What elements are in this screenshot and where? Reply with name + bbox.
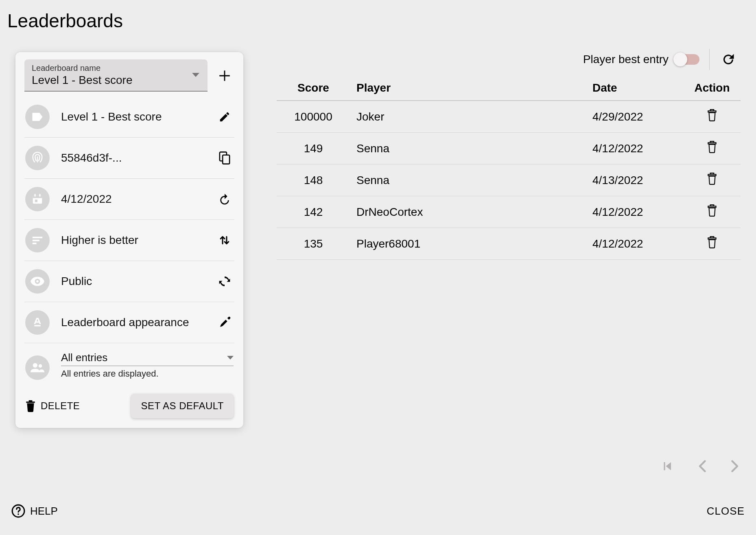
entries-table: Score Player Date Action 100000Joker4/29… bbox=[277, 76, 741, 260]
table-row: 148Senna4/13/2022 bbox=[277, 164, 741, 196]
property-name-value: Level 1 - Best score bbox=[61, 110, 204, 123]
property-date-row: 4/12/2022 bbox=[24, 179, 234, 220]
table-row: 142DrNeoCortex4/12/2022 bbox=[277, 196, 741, 228]
cell-date: 4/29/2022 bbox=[586, 101, 684, 133]
svg-marker-15 bbox=[227, 356, 234, 360]
cell-date: 4/13/2022 bbox=[586, 164, 684, 196]
cell-player: Senna bbox=[350, 133, 586, 164]
calendar-icon bbox=[25, 187, 50, 211]
page-title: Leaderboards bbox=[7, 10, 123, 32]
table-row: 135Player680014/12/2022 bbox=[277, 228, 741, 260]
toggle-thumb bbox=[673, 53, 687, 66]
leaderboard-name-select[interactable]: Leaderboard name Level 1 - Best score bbox=[24, 59, 208, 92]
svg-point-13 bbox=[33, 363, 37, 368]
svg-rect-10 bbox=[33, 243, 37, 244]
entries-area: Player best entry Score Player Date Acti… bbox=[277, 49, 741, 260]
close-button[interactable]: CLOSE bbox=[707, 505, 745, 517]
delete-button-label: DELETE bbox=[41, 400, 80, 412]
reset-date-button[interactable] bbox=[216, 190, 234, 208]
cell-score: 142 bbox=[277, 196, 350, 228]
entries-filter-description: All entries are displayed. bbox=[61, 368, 234, 379]
player-best-entry-toggle[interactable] bbox=[674, 54, 699, 65]
eye-icon bbox=[25, 269, 50, 294]
property-visibility-row: Public bbox=[24, 261, 234, 302]
delete-entry-button[interactable] bbox=[707, 109, 717, 121]
leaderboard-settings-panel: Leaderboard name Level 1 - Best score Le… bbox=[15, 52, 243, 428]
property-id-row: 55846d3f-... bbox=[24, 138, 234, 179]
svg-rect-9 bbox=[33, 240, 39, 241]
add-leaderboard-button[interactable] bbox=[215, 66, 234, 86]
cell-player: DrNeoCortex bbox=[350, 196, 586, 228]
chevron-down-icon bbox=[227, 356, 234, 360]
text-format-icon bbox=[25, 310, 50, 335]
property-id-value: 55846d3f-... bbox=[61, 151, 204, 164]
help-button[interactable]: HELP bbox=[11, 504, 58, 518]
first-page-button[interactable] bbox=[661, 460, 673, 472]
set-as-default-button[interactable]: SET AS DEFAULT bbox=[131, 394, 234, 418]
svg-rect-4 bbox=[33, 195, 42, 198]
delete-entry-button[interactable] bbox=[707, 236, 717, 248]
copy-id-button[interactable] bbox=[216, 149, 234, 167]
property-sort-row: Higher is better bbox=[24, 220, 234, 261]
entries-filter-value: All entries bbox=[61, 351, 107, 364]
help-button-label: HELP bbox=[30, 505, 58, 517]
cell-date: 4/12/2022 bbox=[586, 228, 684, 260]
property-name-row: Level 1 - Best score bbox=[24, 96, 234, 138]
edit-appearance-button[interactable] bbox=[216, 314, 234, 331]
cell-score: 135 bbox=[277, 228, 350, 260]
chevron-down-icon bbox=[192, 73, 199, 78]
delete-entry-button[interactable] bbox=[707, 141, 717, 153]
select-label: Leaderboard name bbox=[32, 64, 200, 73]
refresh-button[interactable] bbox=[719, 50, 737, 68]
header-action: Action bbox=[684, 76, 741, 101]
separator bbox=[709, 49, 710, 70]
toggle-sort-button[interactable] bbox=[216, 231, 234, 249]
header-player: Player bbox=[350, 76, 586, 101]
delete-leaderboard-button[interactable]: DELETE bbox=[25, 400, 80, 412]
next-page-button[interactable] bbox=[731, 460, 740, 472]
cell-player: Player68001 bbox=[350, 228, 586, 260]
trash-icon bbox=[25, 400, 36, 412]
property-visibility-value: Public bbox=[61, 275, 204, 288]
table-row: 100000Joker4/29/2022 bbox=[277, 101, 741, 133]
label-icon bbox=[25, 105, 50, 129]
header-date: Date bbox=[586, 76, 684, 101]
property-date-value: 4/12/2022 bbox=[61, 193, 204, 206]
pagination bbox=[661, 460, 740, 472]
svg-rect-6 bbox=[39, 194, 40, 197]
toggle-visibility-button[interactable] bbox=[216, 272, 234, 290]
svg-rect-8 bbox=[33, 237, 42, 238]
fingerprint-icon bbox=[25, 146, 50, 170]
cell-player: Joker bbox=[350, 101, 586, 133]
cell-score: 100000 bbox=[277, 101, 350, 133]
svg-rect-2 bbox=[223, 155, 229, 164]
property-appearance-value: Leaderboard appearance bbox=[61, 316, 204, 329]
entries-filter-select[interactable]: All entries bbox=[61, 351, 234, 366]
header-score: Score bbox=[277, 76, 350, 101]
delete-entry-button[interactable] bbox=[707, 173, 717, 185]
select-value: Level 1 - Best score bbox=[32, 74, 200, 87]
cell-date: 4/12/2022 bbox=[586, 133, 684, 164]
cell-score: 149 bbox=[277, 133, 350, 164]
table-row: 149Senna4/12/2022 bbox=[277, 133, 741, 164]
svg-point-14 bbox=[39, 364, 42, 368]
delete-entry-button[interactable] bbox=[707, 204, 717, 217]
table-header-row: Score Player Date Action bbox=[277, 76, 741, 101]
svg-point-12 bbox=[36, 280, 39, 283]
cell-date: 4/12/2022 bbox=[586, 196, 684, 228]
cell-player: Senna bbox=[350, 164, 586, 196]
svg-rect-7 bbox=[35, 200, 37, 202]
svg-point-17 bbox=[17, 513, 19, 515]
svg-marker-0 bbox=[192, 73, 199, 77]
property-appearance-row: Leaderboard appearance bbox=[24, 302, 234, 343]
player-best-entry-label: Player best entry bbox=[583, 53, 669, 66]
sort-icon bbox=[25, 228, 50, 252]
people-icon bbox=[25, 355, 50, 380]
cell-score: 148 bbox=[277, 164, 350, 196]
help-icon bbox=[11, 504, 25, 518]
prev-page-button[interactable] bbox=[697, 460, 706, 472]
edit-name-button[interactable] bbox=[216, 108, 234, 126]
property-filter-row: All entries All entries are displayed. bbox=[24, 343, 234, 388]
property-sort-value: Higher is better bbox=[61, 234, 204, 247]
svg-rect-5 bbox=[35, 194, 36, 197]
